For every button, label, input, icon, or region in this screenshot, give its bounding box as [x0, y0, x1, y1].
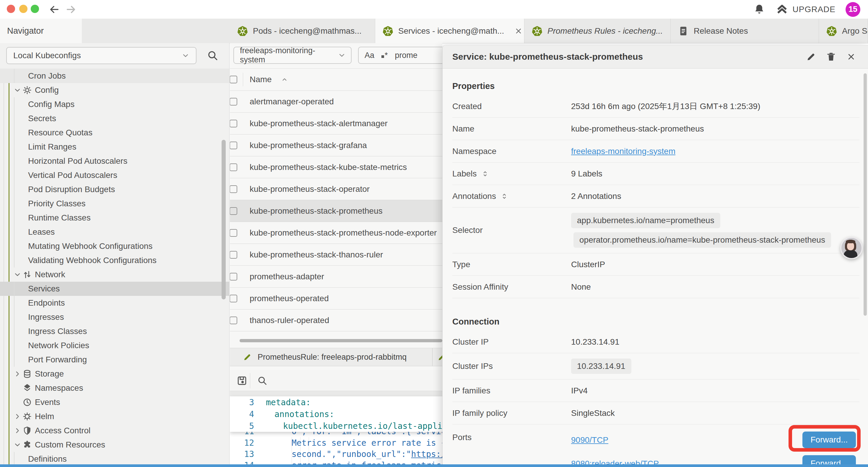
sidebar-item-ingresses[interactable]: Ingresses — [0, 310, 229, 324]
detail-row-created: Created253d 16h 6m ago (2025年1月13日 GMT+8… — [452, 95, 860, 118]
sidebar-item-definitions[interactable]: Definitions — [0, 452, 229, 466]
row-checkbox[interactable] — [230, 142, 237, 149]
service-row-alertmanager-operated[interactable]: alertmanager-operated — [230, 91, 442, 113]
service-row-kube-prometheus-stack-alertmanager[interactable]: kube-prometheus-stack-alertmanager — [230, 113, 442, 135]
sidebar-item-config[interactable]: Config — [0, 83, 229, 97]
forward-arrow-icon[interactable] — [65, 4, 77, 16]
service-row-kube-prometheus-stack-operator[interactable]: kube-prometheus-stack-operator — [230, 178, 442, 200]
sidebar-scrollbar[interactable] — [222, 140, 226, 299]
sidebar-item-mutating-webhook-configurations[interactable]: Mutating Webhook Configurations — [0, 239, 229, 253]
service-row-thanos-ruler-operated[interactable]: thanos-ruler-operated — [230, 310, 442, 331]
window-tab-services[interactable]: Services - icecheng@math... — [375, 19, 524, 43]
service-search-input[interactable]: Aa * prome — [358, 47, 442, 64]
sidebar-item-events[interactable]: Events — [0, 395, 229, 409]
sidebar-item-ingress-classes[interactable]: Ingress Classes — [0, 324, 229, 339]
regex-toggle[interactable]: * — [381, 51, 388, 60]
service-row-kube-prometheus-stack-kube-state-metrics[interactable]: kube-prometheus-stack-kube-state-metrics — [230, 156, 442, 178]
row-checkbox[interactable] — [230, 207, 237, 215]
close-tab-icon[interactable] — [514, 27, 523, 35]
floating-user-avatar[interactable] — [840, 237, 863, 259]
row-checkbox[interactable] — [230, 98, 237, 106]
sidebar-item-pod-disruption-budgets[interactable]: Pod Disruption Budgets — [0, 182, 229, 197]
edit-pencil-icon[interactable] — [806, 52, 816, 62]
sidebar-search-icon[interactable] — [207, 50, 219, 61]
sidebar-item-priority-classes[interactable]: Priority Classes — [0, 197, 229, 211]
macos-close-button[interactable] — [7, 5, 15, 13]
editor-search-icon[interactable] — [257, 375, 268, 386]
chevron-down-icon[interactable] — [13, 86, 22, 95]
sidebar-item-cron-jobs[interactable]: Cron Jobs — [0, 69, 229, 83]
sidebar-item-storage[interactable]: Storage — [0, 367, 229, 381]
select-all-checkbox[interactable] — [230, 76, 237, 83]
clipped-line: 110", for: "1m", labels :{ service : — [230, 432, 442, 437]
sidebar-item-helm[interactable]: Helm — [0, 409, 229, 424]
sidebar-item-endpoints[interactable]: Endpoints — [0, 296, 229, 310]
row-checkbox[interactable] — [230, 273, 237, 281]
sidebar-item-resource-quotas[interactable]: Resource Quotas — [0, 126, 229, 140]
row-checkbox[interactable] — [230, 295, 237, 302]
yaml-editor[interactable]: 3metadata:4annotations:5kubectl.kubernet… — [230, 396, 442, 465]
sidebar-item-access-control[interactable]: Access Control — [0, 424, 229, 438]
row-checkbox[interactable] — [230, 164, 237, 171]
tab-navigator[interactable]: Navigator — [0, 19, 82, 43]
sidebar-item-validating-webhook-configurations[interactable]: Validating Webhook Configurations — [0, 253, 229, 267]
sidebar-item-leases[interactable]: Leases — [0, 225, 229, 239]
sidebar-item-services[interactable]: Services — [0, 282, 229, 296]
port-link[interactable]: 9090/TCP — [571, 435, 608, 445]
sidebar-item-network-policies[interactable]: Network Policies — [0, 339, 229, 353]
macos-minimize-button[interactable] — [19, 5, 28, 13]
sidebar-item-port-forwarding[interactable]: Port Forwarding — [0, 353, 229, 367]
sidebar-item-network[interactable]: Network — [0, 267, 229, 282]
window-tab-prometheus[interactable]: Prometheus Rules - icecheng... — [524, 19, 671, 43]
window-tab-argo[interactable]: Argo Se — [819, 19, 868, 43]
service-row-kube-prometheus-stack-thanos-ruler[interactable]: kube-prometheus-stack-thanos-ruler — [230, 244, 442, 266]
sort-ascending-icon[interactable] — [281, 76, 288, 83]
sort-updown-icon[interactable] — [481, 170, 489, 178]
sidebar-item-config-maps[interactable]: Config Maps — [0, 97, 229, 111]
sidebar-item-runtime-classes[interactable]: Runtime Classes — [0, 211, 229, 225]
row-checkbox[interactable] — [230, 120, 237, 127]
user-avatar-badge[interactable]: 15 — [845, 2, 860, 17]
panel-scrollbar[interactable] — [864, 73, 867, 316]
chevron-right-icon[interactable] — [13, 412, 22, 421]
row-checkbox[interactable] — [230, 317, 237, 324]
namespace-link[interactable]: freeleaps-monitoring-system — [571, 147, 675, 156]
back-arrow-icon[interactable] — [48, 4, 60, 16]
service-row-kube-prometheus-stack-grafana[interactable]: kube-prometheus-stack-grafana — [230, 135, 442, 156]
window-tab-pods[interactable]: Pods - icecheng@mathmas... — [230, 19, 375, 43]
namespace-select[interactable]: freeleaps-monitoring-system — [234, 47, 351, 64]
save-icon[interactable] — [236, 375, 248, 386]
service-row-prometheus-adapter[interactable]: prometheus-adapter — [230, 266, 442, 288]
sidebar-item-horizontal-pod-autoscalers[interactable]: Horizontal Pod Autoscalers — [0, 154, 229, 168]
close-icon[interactable] — [846, 52, 856, 62]
horizontal-scrollbar[interactable] — [240, 339, 442, 342]
sidebar-item-namespaces[interactable]: Namespaces — [0, 381, 229, 395]
upgrade-button[interactable]: UPGRADE — [776, 3, 836, 16]
chevron-right-icon[interactable] — [13, 426, 22, 435]
service-row-prometheus-operated[interactable]: prometheus-operated — [230, 288, 442, 310]
delete-trash-icon[interactable] — [826, 52, 836, 62]
sidebar-item-limit-ranges[interactable]: Limit Ranges — [0, 140, 229, 154]
forward-button[interactable]: Forward... — [802, 432, 856, 448]
gear-icon — [23, 85, 32, 95]
service-row-kube-prometheus-stack-prometheus-node-exporter[interactable]: kube-prometheus-stack-prometheus-node-ex… — [230, 222, 442, 244]
chevron-right-icon[interactable] — [13, 370, 22, 378]
chevron-down-icon[interactable] — [13, 440, 22, 449]
notifications-bell-icon[interactable] — [753, 3, 766, 16]
window-tab-release[interactable]: Release Notes — [671, 19, 819, 43]
kubeconfig-select[interactable]: Local Kubeconfigs — [6, 47, 196, 64]
service-row-kube-prometheus-stack-prometheus[interactable]: kube-prometheus-stack-prometheus — [230, 200, 442, 222]
match-case-toggle[interactable]: Aa — [365, 51, 374, 60]
sidebar-item-custom-resources[interactable]: Custom Resources — [0, 438, 229, 452]
row-checkbox[interactable] — [230, 229, 237, 237]
row-checkbox[interactable] — [230, 251, 237, 259]
macos-maximize-button[interactable] — [31, 5, 39, 13]
editor-tab-partial[interactable] — [433, 348, 442, 366]
row-checkbox[interactable] — [230, 185, 237, 193]
sidebar-item-vertical-pod-autoscalers[interactable]: Vertical Pod Autoscalers — [0, 168, 229, 182]
chevron-down-icon[interactable] — [13, 270, 22, 279]
editor-tab-prometheusrule[interactable]: PrometheusRule: freeleaps-prod-rabbitmq — [234, 348, 433, 366]
name-column-header[interactable]: Name — [250, 75, 272, 84]
sidebar-item-secrets[interactable]: Secrets — [0, 111, 229, 126]
sort-updown-icon[interactable] — [500, 192, 508, 200]
